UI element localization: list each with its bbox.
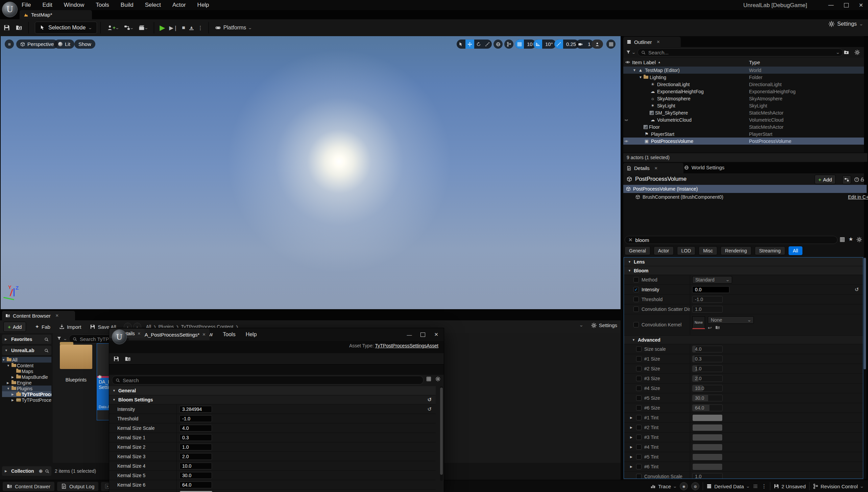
size-slider-input[interactable]: 2.0 — [692, 375, 723, 382]
folder-tile-blueprints[interactable]: Blueprints — [57, 345, 95, 383]
maximize-button[interactable] — [420, 333, 425, 337]
fab-button[interactable]: ✦Fab — [35, 324, 50, 330]
cinematics-button[interactable]: ⌄ — [139, 25, 148, 31]
filter-button[interactable]: LOD — [677, 246, 696, 255]
show-dropdown[interactable]: Show — [74, 40, 95, 49]
value-input[interactable]: 30.0 — [179, 472, 212, 479]
filter-button[interactable]: Actor — [654, 246, 674, 255]
kernel-dropdown[interactable]: None⌄ — [708, 316, 754, 324]
asset-details-scrollbar[interactable] — [440, 386, 443, 481]
close-icon[interactable]: ✕ — [138, 331, 141, 336]
section-bloom-settings[interactable]: ▼Bloom Settings ↺ — [109, 395, 436, 404]
tree-item[interactable]: Maps — [2, 368, 51, 374]
blueprint-edit-icon[interactable] — [842, 175, 851, 184]
close-icon[interactable]: ✕ — [55, 313, 59, 318]
unreal-logo-icon[interactable]: U — [2, 2, 18, 17]
expander-icon[interactable]: ▼ — [639, 75, 644, 79]
filter-button[interactable]: All — [789, 246, 803, 255]
override-checkbox[interactable] — [636, 464, 642, 469]
close-icon[interactable]: ✕ — [657, 40, 660, 44]
revert-icon[interactable]: ↺ — [854, 287, 859, 293]
outliner-row[interactable]: ☼ SkyAtmosphere SkyAtmosphere — [623, 95, 864, 102]
menu-item[interactable]: Actor — [172, 1, 187, 9]
skip-button[interactable]: ▶❘ — [169, 25, 178, 31]
tree-item[interactable]: ▼ All — [2, 357, 51, 363]
derived-data-button[interactable]: Derived Data⌄ — [706, 484, 749, 489]
value-input[interactable]: 0.3 — [179, 434, 212, 441]
help-icon[interactable] — [852, 175, 861, 183]
close-icon[interactable]: ✕ — [202, 332, 206, 337]
expander-icon[interactable]: ▼ — [633, 68, 637, 72]
expander-icon[interactable]: ▶ — [630, 416, 633, 419]
tab-outliner[interactable]: Outliner✕ — [623, 37, 681, 47]
maximize-button[interactable] — [844, 3, 849, 7]
override-checkbox[interactable] — [636, 474, 642, 479]
tint-color-swatch[interactable] — [692, 444, 723, 451]
gear-icon[interactable] — [435, 376, 440, 382]
perspective-dropdown[interactable]: Perspective — [16, 40, 58, 49]
value-input[interactable]: 3.284994 — [179, 406, 212, 413]
outliner-row[interactable]: ▼ ▲ TestMap (Editor) World — [623, 67, 864, 74]
use-selected-icon[interactable]: ↩ — [708, 325, 712, 330]
override-checkbox[interactable] — [633, 322, 639, 327]
size-slider-input[interactable]: 1.0 — [692, 365, 723, 372]
scale-tool-icon[interactable] — [483, 40, 492, 49]
angle-snap-value[interactable]: 10° — [542, 41, 556, 47]
tint-color-swatch[interactable] — [692, 414, 723, 421]
kernel-thumbnail[interactable]: None — [692, 316, 705, 329]
outliner-row[interactable]: ✶ SkyLight SkyLight — [623, 102, 864, 109]
component-row-brush[interactable]: BrushComponent (BrushComponent0) Edit in… — [623, 193, 868, 201]
section-lens[interactable]: ▼Lens — [624, 257, 863, 266]
filter-button[interactable]: General — [625, 246, 650, 255]
browse-to-asset-icon[interactable] — [715, 325, 720, 330]
expander-icon[interactable]: ▼ — [7, 387, 11, 390]
project-section[interactable]: ▼UnrealLab — [2, 346, 51, 355]
outliner-filter-icon[interactable] — [626, 50, 631, 54]
menu-item[interactable]: Window — [63, 1, 85, 9]
tint-color-swatch[interactable] — [692, 434, 723, 441]
asset-details-search-input[interactable]: Search — [112, 376, 424, 385]
settings-dropdown[interactable]: Settings ⌄ — [828, 21, 863, 27]
value-input[interactable]: 64.0 — [179, 482, 212, 488]
save-button[interactable] — [113, 356, 119, 362]
world-local-toggle[interactable] — [493, 40, 503, 49]
tree-item[interactable]: ▶ TyTPostProce — [2, 391, 51, 397]
add-component-button[interactable]: +Add — [815, 175, 836, 184]
expander-icon[interactable]: ▶ — [630, 455, 633, 459]
save-button[interactable] — [3, 24, 10, 31]
tab-testmap[interactable]: TestMap* — [20, 10, 92, 19]
override-checkbox[interactable] — [636, 454, 642, 460]
rotate-tool-icon[interactable] — [474, 40, 483, 49]
tab-world-settings[interactable]: World Settings — [684, 165, 724, 170]
eye-icon[interactable] — [625, 60, 630, 65]
camera-icon[interactable] — [576, 40, 585, 49]
surface-snap-toggle[interactable] — [504, 40, 513, 49]
size-slider-input[interactable]: 64.0 — [692, 404, 723, 411]
override-checkbox[interactable] — [636, 444, 642, 450]
tint-color-swatch[interactable] — [179, 491, 213, 492]
outliner-row[interactable]: ▼ Lighting Folder — [623, 74, 864, 81]
asset-type-link[interactable]: TyTPostProcessSettingsAsset — [375, 343, 438, 348]
lit-mode-dropdown[interactable]: Lit — [54, 40, 74, 49]
eye-closed-icon[interactable] — [624, 118, 628, 122]
section-general[interactable]: ▼General — [109, 386, 436, 395]
outliner-header[interactable]: Item Label▲ Type — [623, 58, 864, 67]
close-button[interactable]: ✕ — [859, 2, 863, 8]
close-icon[interactable]: ✕ — [654, 166, 658, 171]
chevron-down-icon[interactable]: ⌄ — [631, 50, 636, 55]
trace-button[interactable]: Trace⌄ — [650, 484, 676, 489]
browse-to-asset-button[interactable] — [125, 356, 131, 362]
revert-icon[interactable]: ↺ — [427, 397, 432, 403]
menu-item[interactable]: Edit — [42, 1, 53, 9]
component-row-instance[interactable]: PostProcessVolume (Instance) — [623, 185, 867, 193]
selection-mode-dropdown[interactable]: Selection Mode ⌄ — [35, 22, 97, 34]
tint-color-swatch[interactable] — [692, 463, 723, 470]
expander-icon[interactable]: ▶ — [630, 436, 633, 439]
tree-item[interactable]: ▼ Content — [2, 363, 51, 368]
asset-filter-icon[interactable] — [57, 336, 62, 341]
filter-button[interactable]: Rendering — [721, 246, 751, 255]
bookmark-timer-icon[interactable]: ◍ — [691, 482, 699, 490]
override-checkbox[interactable]: ✓ — [633, 287, 639, 292]
details-search-input[interactable]: ✕ bloom — [625, 236, 838, 244]
unsaved-button[interactable]: 2 Unsaved — [774, 484, 806, 489]
